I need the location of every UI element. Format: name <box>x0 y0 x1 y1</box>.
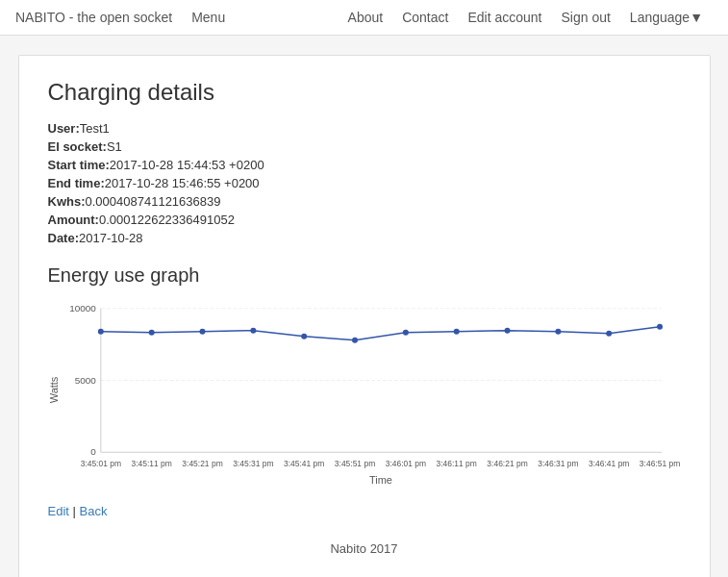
main-container: Charging details User:Test1 El socket:S1… <box>18 55 711 577</box>
svg-text:3:46:51 pm: 3:46:51 pm <box>639 459 679 468</box>
graph-title: Energy use graph <box>48 264 681 287</box>
svg-text:3:46:01 pm: 3:46:01 pm <box>385 459 425 468</box>
chart-line <box>100 327 659 340</box>
navbar: NABITO - the open socket Menu About Cont… <box>0 0 728 36</box>
svg-text:3:45:41 pm: 3:45:41 pm <box>284 459 324 468</box>
date-row: Date:2017-10-28 <box>48 231 681 245</box>
chart-point <box>402 330 408 336</box>
svg-text:5000: 5000 <box>74 375 96 386</box>
chart-point <box>657 324 663 330</box>
footer-text: Nabito 2017 <box>48 541 681 556</box>
chart-point <box>606 331 612 337</box>
start-time-row: Start time:2017-10-28 15:44:53 +0200 <box>48 158 681 172</box>
svg-text:10000: 10000 <box>69 303 96 314</box>
chart-point <box>97 329 103 335</box>
chart-point <box>555 329 561 335</box>
svg-text:Time: Time <box>368 474 391 486</box>
navbar-language-dropdown[interactable]: Language▼ <box>620 10 713 25</box>
svg-text:3:46:21 pm: 3:46:21 pm <box>487 459 527 468</box>
energy-chart: Watts 10000 5000 0 <box>48 296 681 489</box>
user-row: User:Test1 <box>48 121 681 136</box>
back-link[interactable]: Back <box>80 504 108 518</box>
navbar-right: About Contact Edit account Sign out Lang… <box>339 10 713 25</box>
amount-row: Amount:0.000122622336491052 <box>48 213 681 227</box>
svg-text:3:45:21 pm: 3:45:21 pm <box>182 459 222 468</box>
svg-text:3:45:11 pm: 3:45:11 pm <box>131 459 171 468</box>
svg-text:0: 0 <box>90 446 96 457</box>
navbar-sign-out-link[interactable]: Sign out <box>551 10 619 25</box>
link-separator: | <box>73 504 80 518</box>
action-links: Edit | Back <box>48 504 681 518</box>
end-time-row: End time:2017-10-28 15:46:55 +0200 <box>48 176 681 190</box>
chart-point <box>301 334 307 339</box>
chart-point <box>250 328 256 334</box>
chart-point <box>352 338 358 343</box>
chart-container: Watts 10000 5000 0 <box>48 296 681 489</box>
chart-point <box>199 329 205 335</box>
svg-text:3:45:01 pm: 3:45:01 pm <box>80 459 120 468</box>
chart-point <box>504 328 510 334</box>
navbar-brand: NABITO - the open socket <box>15 10 172 25</box>
chart-point <box>148 330 154 336</box>
edit-link[interactable]: Edit <box>48 504 69 518</box>
page-title: Charging details <box>48 79 681 106</box>
chart-point <box>453 329 459 335</box>
el-socket-row: El socket:S1 <box>48 139 681 154</box>
svg-text:3:45:51 pm: 3:45:51 pm <box>334 459 374 468</box>
navbar-about-link[interactable]: About <box>339 10 393 25</box>
kwhs-row: Kwhs:0.000408741121636839 <box>48 194 681 209</box>
navbar-edit-account-link[interactable]: Edit account <box>458 10 551 25</box>
navbar-contact-link[interactable]: Contact <box>392 10 458 25</box>
svg-text:3:46:11 pm: 3:46:11 pm <box>436 459 476 468</box>
navbar-menu-button[interactable]: Menu <box>184 10 233 25</box>
svg-text:Watts: Watts <box>48 376 60 403</box>
svg-text:3:46:41 pm: 3:46:41 pm <box>589 459 629 468</box>
svg-text:3:45:31 pm: 3:45:31 pm <box>233 459 273 468</box>
svg-text:3:46:31 pm: 3:46:31 pm <box>538 459 578 468</box>
